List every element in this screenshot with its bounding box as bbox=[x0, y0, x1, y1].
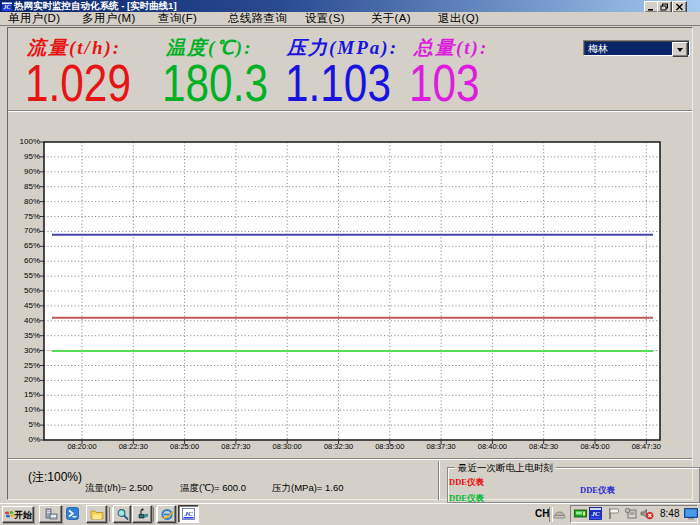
divider-bottom bbox=[8, 458, 692, 460]
y-tick-label: 85% bbox=[0, 183, 40, 191]
y-tick-label: 0% bbox=[0, 436, 40, 444]
temperature-scale-text: 温度(℃)= 600.0 bbox=[180, 482, 246, 495]
y-tick-label: 65% bbox=[0, 242, 40, 250]
y-tick-label: 40% bbox=[0, 317, 40, 325]
svg-text:JC: JC bbox=[183, 510, 193, 518]
divider-top bbox=[8, 110, 692, 112]
y-tick-label: 60% bbox=[0, 257, 40, 265]
taskbar-app-button[interactable]: JC bbox=[178, 505, 199, 523]
quicklaunch-ie-button[interactable] bbox=[157, 505, 176, 523]
y-tick-label: 75% bbox=[0, 213, 40, 221]
folder-icon bbox=[90, 508, 104, 521]
keyboard-icon[interactable] bbox=[553, 508, 566, 519]
x-tick-label: 08:27:30 bbox=[213, 443, 259, 451]
ime-indicator[interactable]: CH bbox=[535, 505, 549, 523]
flow-value: 1.029 bbox=[25, 58, 131, 109]
app-icon: JC bbox=[2, 2, 12, 11]
app-taskbar-icon: JC bbox=[182, 508, 195, 520]
y-tick-label: 100% bbox=[0, 138, 40, 146]
menu-item-settings[interactable]: 设置(S) bbox=[305, 12, 345, 25]
y-tick-label: 55% bbox=[0, 272, 40, 280]
quicklaunch-system-button[interactable] bbox=[39, 505, 62, 523]
y-tick-label: 20% bbox=[0, 376, 40, 384]
tray-clock[interactable]: 8:48 bbox=[660, 505, 679, 523]
title-bar: JC 热网实时监控自动化系统 - [实时曲线1] bbox=[0, 0, 700, 12]
window-title: 热网实时监控自动化系统 - [实时曲线1] bbox=[14, 0, 177, 12]
search-icon bbox=[116, 508, 130, 521]
y-tick-label: 10% bbox=[0, 406, 40, 414]
menu-item-single-user[interactable]: 单用户(D) bbox=[8, 12, 60, 25]
x-tick-label: 08:30:00 bbox=[264, 443, 310, 451]
menu-item-bus-query[interactable]: 总线路查询 bbox=[228, 12, 287, 25]
utility-icon bbox=[136, 508, 150, 521]
x-tick-label: 08:37:30 bbox=[418, 443, 464, 451]
divider-vertical bbox=[438, 461, 440, 500]
menu-item-query[interactable]: 查询(F) bbox=[158, 12, 197, 25]
menu-divider bbox=[0, 25, 700, 26]
chevron-down-icon bbox=[677, 48, 683, 52]
powershell-icon[interactable] bbox=[66, 507, 79, 520]
station-select-dropdown-button[interactable] bbox=[672, 42, 688, 57]
start-button-label: 开始 bbox=[14, 508, 32, 523]
y-tick-label: 5% bbox=[0, 421, 40, 429]
x-tick-label: 08:35:00 bbox=[367, 443, 413, 451]
x-tick-label: 08:40:00 bbox=[469, 443, 515, 451]
y-tick-label: 70% bbox=[0, 227, 40, 235]
y-tick-label: 45% bbox=[0, 302, 40, 310]
quicklaunch-search-button[interactable] bbox=[113, 505, 131, 523]
pressure-value: 1.103 bbox=[285, 58, 391, 109]
screen: JC 热网实时监控自动化系统 - [实时曲线1] 单用户(D) 多用户(M) 查… bbox=[0, 0, 700, 525]
x-tick-label: 08:45:00 bbox=[572, 443, 618, 451]
quicklaunch-tool-button[interactable] bbox=[132, 505, 152, 523]
x-tick-label: 08:42:30 bbox=[521, 443, 567, 451]
y-tick-label: 15% bbox=[0, 391, 40, 399]
total-value: 103 bbox=[409, 58, 480, 109]
menu-item-multi-user[interactable]: 多用户(M) bbox=[82, 12, 136, 25]
y-tick-label: 50% bbox=[0, 287, 40, 295]
power-event-legend: 最近一次断电上电时刻 bbox=[455, 462, 556, 473]
dde-meter-red: DDE仪表 bbox=[449, 477, 484, 489]
y-tick-label: 25% bbox=[0, 362, 40, 370]
display-icon[interactable] bbox=[684, 508, 698, 520]
y-tick-label: 90% bbox=[0, 168, 40, 176]
menu-item-about[interactable]: 关于(A) bbox=[371, 12, 411, 25]
menu-item-exit[interactable]: 退出(Q) bbox=[438, 12, 479, 25]
x-tick-label: 08:20:00 bbox=[59, 443, 105, 451]
station-select-value: 梅林 bbox=[588, 42, 608, 56]
x-tick-label: 08:32:30 bbox=[316, 443, 362, 451]
y-tick-label: 95% bbox=[0, 153, 40, 161]
internet-explorer-icon bbox=[160, 508, 174, 521]
y-tick-label: 80% bbox=[0, 198, 40, 206]
pressure-scale-text: 压力(MPa)= 1.60 bbox=[272, 482, 344, 495]
quicklaunch-folder-button[interactable] bbox=[86, 505, 107, 523]
y-tick-label: 30% bbox=[0, 347, 40, 355]
menu-bar: 单用户(D) 多用户(M) 查询(F) 总线路查询 设置(S) 关于(A) 退出… bbox=[0, 12, 700, 25]
volume-muted-icon[interactable] bbox=[640, 507, 654, 520]
y-tick-label: 35% bbox=[0, 332, 40, 340]
x-tick-label: 08:22:30 bbox=[110, 443, 156, 451]
svg-text:JC: JC bbox=[2, 3, 11, 9]
system-tool-icon bbox=[44, 508, 58, 521]
station-select[interactable]: 梅林 bbox=[583, 40, 690, 56]
x-tick-label: 08:47:30 bbox=[623, 443, 669, 451]
temperature-value: 180.3 bbox=[162, 58, 268, 109]
start-button[interactable]: 开始 bbox=[2, 506, 34, 523]
note-text: (注:100%) bbox=[28, 469, 82, 486]
hardware-icon[interactable] bbox=[624, 507, 638, 520]
dde-meter-blue: DDE仪表 bbox=[580, 485, 615, 497]
trend-chart bbox=[36, 136, 666, 448]
flow-scale-text: 流量(t/h)= 2.500 bbox=[85, 482, 153, 495]
app-tray-icon[interactable]: JC bbox=[589, 507, 602, 520]
svg-text:JC: JC bbox=[590, 510, 600, 518]
network-card-icon[interactable] bbox=[574, 508, 587, 520]
flag-icon[interactable] bbox=[607, 507, 621, 520]
x-tick-label: 08:25:00 bbox=[162, 443, 208, 451]
